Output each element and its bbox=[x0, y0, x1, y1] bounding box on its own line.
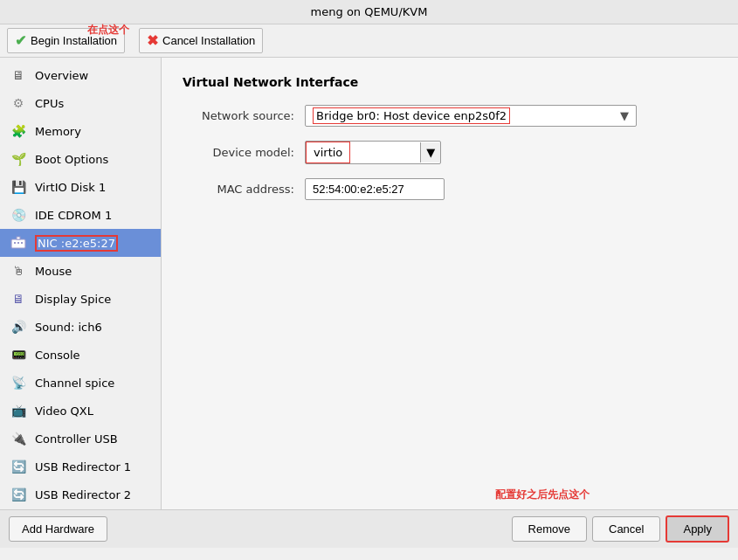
usb-controller-icon: 🔌 bbox=[9, 429, 28, 448]
sidebar-item-cpus[interactable]: ⚙ CPUs bbox=[0, 89, 161, 117]
add-hardware-label: Add Hardware bbox=[22, 522, 94, 536]
main-area: 🖥 Overview ⚙ CPUs 🧩 Memory 🌱 Boot Option… bbox=[0, 58, 738, 509]
disk-icon: 💾 bbox=[9, 177, 28, 197]
cancel-installation-label: Cancel Installation bbox=[162, 34, 255, 47]
sidebar-label-cpus: CPUs bbox=[35, 97, 64, 110]
sidebar-item-channel-spice[interactable]: 📡 Channel spice bbox=[0, 369, 161, 397]
usb-redirector1-icon: 🔄 bbox=[9, 457, 28, 476]
usb-redirector2-icon: 🔄 bbox=[9, 485, 28, 504]
sidebar-label-mouse: Mouse bbox=[35, 265, 72, 278]
sidebar-item-memory[interactable]: 🧩 Memory bbox=[0, 117, 161, 145]
sidebar-label-boot-options: Boot Options bbox=[35, 153, 108, 166]
svg-rect-4 bbox=[17, 237, 20, 239]
sidebar-label-overview: Overview bbox=[35, 69, 88, 82]
boot-icon: 🌱 bbox=[9, 149, 28, 169]
sidebar-label-memory: Memory bbox=[35, 125, 81, 138]
channel-icon: 📡 bbox=[9, 373, 28, 392]
sidebar-item-video-qxl[interactable]: 📺 Video QXL bbox=[0, 397, 161, 425]
title-bar: meng on QEMU/KVM bbox=[0, 0, 738, 24]
sidebar-label-nic: NIC :e2:e5:27 bbox=[35, 235, 118, 252]
display-icon: 🖥 bbox=[9, 289, 28, 308]
mac-address-input[interactable] bbox=[305, 178, 445, 200]
sidebar-label-controller-usb: Controller USB bbox=[35, 432, 118, 446]
device-model-dropdown-arrow[interactable]: ▼ bbox=[420, 142, 440, 162]
memory-icon: 🧩 bbox=[9, 121, 28, 141]
network-source-dropdown[interactable]: Bridge br0: Host device enp2s0f2 ▼ bbox=[305, 105, 637, 127]
network-source-arrow: ▼ bbox=[620, 109, 629, 122]
sidebar-item-ide-cdrom[interactable]: 💿 IDE CDROM 1 bbox=[0, 201, 161, 229]
annotation-top: 在点这个 bbox=[87, 23, 129, 38]
cdrom-icon: 💿 bbox=[9, 205, 28, 225]
console-icon: 📟 bbox=[9, 345, 28, 364]
overview-icon: 🖥 bbox=[9, 66, 28, 85]
sidebar-label-video-qxl: Video QXL bbox=[35, 404, 93, 418]
apply-label: Apply bbox=[683, 522, 712, 536]
sidebar-item-usb-redirector-1[interactable]: 🔄 USB Redirector 1 bbox=[0, 453, 161, 480]
sidebar-label-console: Console bbox=[35, 349, 80, 362]
window-title: meng on QEMU/KVM bbox=[311, 5, 428, 18]
mac-address-label: MAC address: bbox=[183, 183, 305, 196]
sidebar-item-boot-options[interactable]: 🌱 Boot Options bbox=[0, 145, 161, 173]
mac-address-row: MAC address: bbox=[183, 178, 717, 200]
cancel-icon: ✖ bbox=[147, 32, 158, 49]
cpu-icon: ⚙ bbox=[9, 93, 28, 113]
device-model-control: virtio ▼ bbox=[305, 141, 441, 164]
toolbar: 在点这个 ✔ Begin Installation ✖ Cancel Insta… bbox=[0, 24, 738, 58]
sidebar-label-channel-spice: Channel spice bbox=[35, 377, 114, 390]
svg-rect-3 bbox=[21, 242, 23, 244]
bottom-bar: Add Hardware Remove Cancel Apply bbox=[0, 509, 738, 548]
sound-icon: 🔊 bbox=[9, 317, 28, 336]
content-area: Virtual Network Interface Network source… bbox=[162, 58, 738, 509]
network-source-value: Bridge br0: Host device enp2s0f2 bbox=[313, 109, 510, 122]
sidebar-item-overview[interactable]: 🖥 Overview bbox=[0, 61, 161, 89]
sidebar-item-display-spice[interactable]: 🖥 Display Spice bbox=[0, 285, 161, 313]
network-source-row: Network source: Bridge br0: Host device … bbox=[183, 105, 717, 127]
cancel-installation-button[interactable]: ✖ Cancel Installation bbox=[139, 28, 263, 53]
sidebar-item-mouse[interactable]: 🖱 Mouse bbox=[0, 257, 161, 285]
sidebar-item-usb-redirector-2[interactable]: 🔄 USB Redirector 2 bbox=[0, 480, 161, 508]
cancel-button[interactable]: Cancel bbox=[592, 516, 660, 542]
sidebar-label-usb-redirector-2: USB Redirector 2 bbox=[35, 488, 131, 501]
device-model-label: Device model: bbox=[183, 146, 305, 159]
section-title: Virtual Network Interface bbox=[183, 75, 717, 89]
device-model-row: Device model: virtio ▼ bbox=[183, 141, 717, 164]
svg-rect-1 bbox=[14, 242, 16, 244]
network-source-highlight: Bridge br0: Host device enp2s0f2 bbox=[313, 107, 510, 124]
remove-button[interactable]: Remove bbox=[512, 516, 587, 542]
add-hardware-button[interactable]: Add Hardware bbox=[9, 516, 107, 542]
svg-rect-2 bbox=[17, 242, 19, 244]
network-source-control: Bridge br0: Host device enp2s0f2 ▼ bbox=[305, 105, 637, 127]
sidebar-label-virtio-disk: VirtIO Disk 1 bbox=[35, 181, 106, 194]
sidebar-label-sound: Sound: ich6 bbox=[35, 321, 102, 334]
sidebar-item-controller-usb[interactable]: 🔌 Controller USB bbox=[0, 425, 161, 453]
apply-button[interactable]: Apply bbox=[666, 515, 729, 543]
sidebar-item-sound[interactable]: 🔊 Sound: ich6 bbox=[0, 313, 161, 341]
nic-icon bbox=[9, 233, 28, 252]
sidebar-item-virtio-disk[interactable]: 💾 VirtIO Disk 1 bbox=[0, 173, 161, 201]
remove-label: Remove bbox=[528, 522, 570, 536]
sidebar-item-console[interactable]: 📟 Console bbox=[0, 341, 161, 369]
network-source-label: Network source: bbox=[183, 109, 305, 122]
annotation-bottom: 配置好之后先点这个 bbox=[495, 487, 590, 502]
checkmark-icon: ✔ bbox=[15, 32, 26, 49]
mouse-icon: 🖱 bbox=[9, 261, 28, 280]
mac-address-control bbox=[305, 178, 445, 200]
sidebar-label-ide-cdrom: IDE CDROM 1 bbox=[35, 209, 112, 222]
cancel-label: Cancel bbox=[609, 522, 644, 536]
bottom-left: Add Hardware bbox=[9, 516, 107, 542]
sidebar-item-nic[interactable]: NIC :e2:e5:27 bbox=[0, 229, 161, 257]
bottom-right: Remove Cancel Apply bbox=[512, 515, 729, 543]
device-model-value: virtio bbox=[306, 142, 350, 163]
sidebar: 🖥 Overview ⚙ CPUs 🧩 Memory 🌱 Boot Option… bbox=[0, 58, 162, 509]
sidebar-label-display-spice: Display Spice bbox=[35, 293, 111, 306]
video-icon: 📺 bbox=[9, 401, 28, 420]
sidebar-label-usb-redirector-1: USB Redirector 1 bbox=[35, 460, 131, 474]
